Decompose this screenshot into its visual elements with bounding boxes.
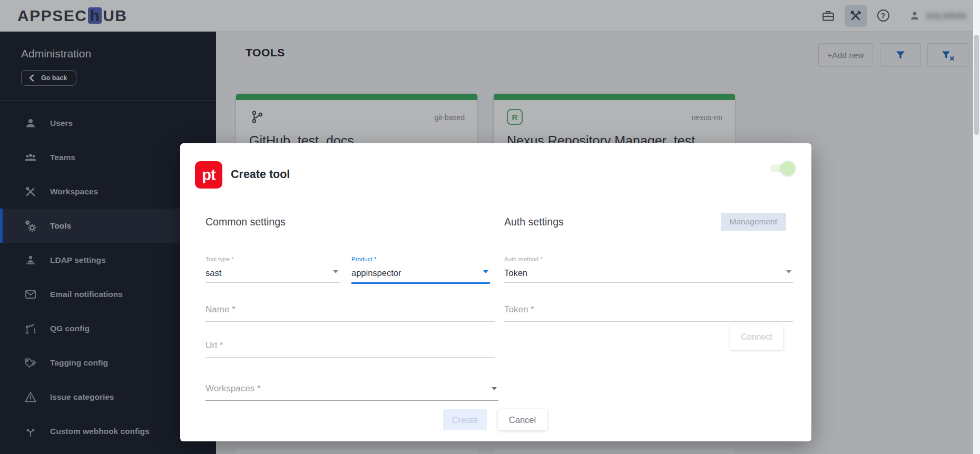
- auth-method-label: Auth method *: [504, 256, 793, 262]
- token-placeholder: Token *: [504, 302, 793, 317]
- auth-method-value: Token: [504, 266, 793, 280]
- token-input[interactable]: Token *: [504, 302, 793, 322]
- cancel-button[interactable]: Cancel: [498, 409, 547, 430]
- workspaces-select[interactable]: Workspaces *: [205, 381, 498, 401]
- connect-button[interactable]: Connect: [730, 324, 783, 350]
- scrollbar-thumb[interactable]: [974, 35, 979, 135]
- create-button[interactable]: Create: [443, 409, 487, 430]
- management-badge: Management: [721, 213, 786, 231]
- enabled-toggle[interactable]: [770, 163, 793, 173]
- toggle-thumb: [781, 161, 795, 175]
- create-tool-modal: pt Create tool Common settings Auth sett…: [180, 143, 811, 441]
- product-label: Product *: [351, 256, 490, 262]
- name-placeholder: Name *: [205, 302, 495, 317]
- url-placeholder: Url *: [205, 338, 495, 353]
- tool-type-value: sast: [205, 266, 340, 280]
- workspaces-placeholder: Workspaces *: [205, 381, 498, 396]
- app-root: APPSEChUB: [0, 0, 980, 454]
- auth-method-select[interactable]: Auth method * Token: [504, 256, 793, 283]
- modal-title: Create tool: [231, 168, 290, 181]
- pt-logo: pt: [195, 161, 222, 189]
- page-scrollbar[interactable]: [973, 0, 980, 454]
- product-value: appinspector: [351, 266, 490, 280]
- product-select[interactable]: Product * appinspector: [351, 256, 490, 284]
- url-input[interactable]: Url *: [205, 338, 495, 358]
- chevron-down-icon: [492, 387, 497, 393]
- name-input[interactable]: Name *: [205, 302, 495, 322]
- chevron-down-icon: [786, 270, 791, 276]
- chevron-down-icon: [483, 270, 488, 276]
- chevron-down-icon: [333, 270, 338, 276]
- common-settings-heading: Common settings: [205, 216, 286, 228]
- tool-type-label: Tool type *: [205, 256, 340, 262]
- tool-type-select[interactable]: Tool type * sast: [205, 256, 340, 283]
- auth-settings-heading: Auth settings: [504, 216, 564, 228]
